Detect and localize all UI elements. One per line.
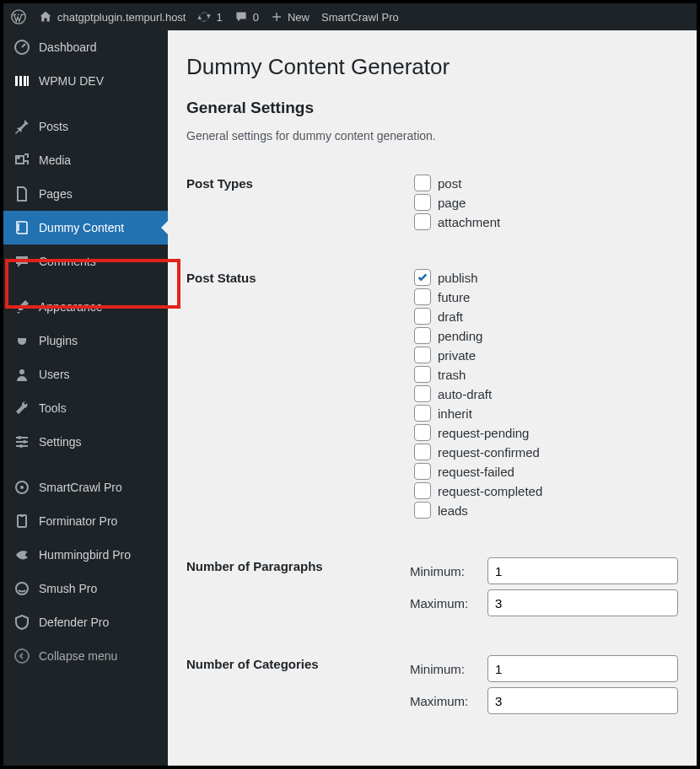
sidebar-item-smartcrawl[interactable]: SmartCrawl Pro xyxy=(3,471,168,504)
post-types-list: postpageattachment xyxy=(414,175,678,230)
min-label: Minimum: xyxy=(410,662,482,676)
svg-point-11 xyxy=(20,486,24,489)
brush-icon xyxy=(13,298,30,315)
checkbox-label: future xyxy=(438,290,470,304)
post-status-option[interactable]: pending xyxy=(414,327,678,344)
admin-sidebar: Dashboard WPMU DEV Posts Media Pages Dum… xyxy=(3,30,168,766)
checkbox-icon xyxy=(414,288,431,305)
post-type-option[interactable]: page xyxy=(414,194,678,211)
checkbox-icon xyxy=(414,366,431,383)
checkbox-label: private xyxy=(438,348,476,363)
sidebar-item-label: Dummy Content xyxy=(39,221,124,234)
post-status-option[interactable]: private xyxy=(414,347,678,363)
post-type-option[interactable]: post xyxy=(414,175,678,191)
checkbox-label: trash xyxy=(438,368,466,382)
sidebar-item-label: Settings xyxy=(39,435,82,449)
wordpress-logo-icon[interactable] xyxy=(10,8,27,25)
max-label: Maximum: xyxy=(410,694,482,708)
paragraphs-max-input[interactable] xyxy=(487,589,678,616)
post-status-option[interactable]: request-completed xyxy=(414,482,678,499)
site-home-link[interactable]: chatgptplugin.tempurl.host xyxy=(39,10,186,24)
sidebar-item-posts[interactable]: Posts xyxy=(3,110,168,143)
sidebar-item-settings[interactable]: Settings xyxy=(3,425,168,459)
comments-link[interactable]: 0 xyxy=(234,10,259,24)
post-status-option[interactable]: leads xyxy=(414,502,678,519)
sidebar-item-dashboard[interactable]: Dashboard xyxy=(3,30,168,64)
paragraphs-min-input[interactable] xyxy=(487,557,678,584)
sidebar-item-dummy-content[interactable]: Dummy Content xyxy=(3,211,168,245)
sidebar-item-label: Users xyxy=(39,368,70,381)
sidebar-item-comments[interactable]: Comments xyxy=(3,245,168,278)
svg-rect-2 xyxy=(15,76,18,86)
site-name: chatgptplugin.tempurl.host xyxy=(57,11,186,24)
clipboard-icon xyxy=(13,513,30,530)
checkbox-label: auto-draft xyxy=(438,387,492,401)
post-status-option[interactable]: future xyxy=(414,288,678,305)
smush-icon xyxy=(13,580,30,597)
post-status-option[interactable]: inherit xyxy=(414,405,678,422)
sidebar-item-tools[interactable]: Tools xyxy=(3,391,168,425)
sidebar-item-forminator[interactable]: Forminator Pro xyxy=(3,504,168,538)
sidebar-item-plugins[interactable]: Plugins xyxy=(3,324,168,358)
categories-min-input[interactable] xyxy=(487,655,678,682)
sidebar-item-label: Pages xyxy=(39,187,73,201)
categories-max-input[interactable] xyxy=(487,687,678,714)
comments-count: 0 xyxy=(253,11,259,24)
post-status-option[interactable]: request-failed xyxy=(414,463,678,480)
page-title: Dummy Content Generator xyxy=(186,54,678,80)
sidebar-item-label: Posts xyxy=(39,120,68,133)
post-status-label: Post Status xyxy=(186,269,414,285)
checkbox-icon xyxy=(414,482,431,499)
sidebar-item-label: Hummingbird Pro xyxy=(39,548,131,562)
post-status-option[interactable]: request-confirmed xyxy=(414,444,678,460)
sidebar-item-label: SmartCrawl Pro xyxy=(39,481,122,494)
collapse-icon xyxy=(13,648,30,664)
post-type-option[interactable]: attachment xyxy=(414,213,678,230)
comment-icon xyxy=(13,253,30,270)
checkbox-label: post xyxy=(438,176,461,191)
wrench-icon xyxy=(13,400,30,417)
post-status-option[interactable]: trash xyxy=(414,366,678,383)
post-status-option[interactable]: request-pending xyxy=(414,424,678,441)
collapse-menu-button[interactable]: Collapse menu xyxy=(3,639,168,673)
sidebar-item-pages[interactable]: Pages xyxy=(3,177,168,211)
checkbox-icon xyxy=(414,327,431,344)
sidebar-item-media[interactable]: Media xyxy=(3,143,168,177)
sidebar-item-wpmudev[interactable]: WPMU DEV xyxy=(3,64,168,98)
target-icon xyxy=(13,479,30,496)
post-status-option[interactable]: publish xyxy=(414,269,678,286)
updates-count: 1 xyxy=(216,11,222,24)
new-content-link[interactable]: New xyxy=(271,11,310,24)
sidebar-item-appearance[interactable]: Appearance xyxy=(3,290,168,324)
sidebar-item-label: Comments xyxy=(39,255,96,268)
sidebar-item-defender[interactable]: Defender Pro xyxy=(3,605,168,639)
sidebar-item-label: Smush Pro xyxy=(39,582,97,595)
post-status-option[interactable]: auto-draft xyxy=(414,385,678,402)
plug-icon xyxy=(13,332,30,349)
checkbox-label: request-failed xyxy=(438,465,514,479)
checkbox-icon xyxy=(414,463,431,480)
checkbox-label: attachment xyxy=(438,215,500,229)
updates-link[interactable]: 1 xyxy=(197,10,222,24)
sidebar-item-label: Plugins xyxy=(39,334,78,347)
sidebar-item-smush[interactable]: Smush Pro xyxy=(3,572,168,605)
sidebar-item-hummingbird[interactable]: Hummingbird Pro xyxy=(3,538,168,572)
svg-point-14 xyxy=(16,583,28,594)
post-status-option[interactable]: draft xyxy=(414,308,678,325)
page-icon xyxy=(13,186,30,202)
sliders-icon xyxy=(13,433,30,450)
new-label: New xyxy=(288,11,310,24)
sidebar-item-label: Dashboard xyxy=(39,40,97,54)
checkbox-label: leads xyxy=(438,503,468,518)
checkbox-label: request-pending xyxy=(438,426,529,440)
smartcrawl-topbar-link[interactable]: SmartCrawl Pro xyxy=(321,11,399,24)
svg-rect-5 xyxy=(27,76,29,86)
post-types-label: Post Types xyxy=(186,175,414,191)
admin-topbar: chatgptplugin.tempurl.host 1 0 New Smart… xyxy=(3,3,697,30)
dashboard-icon xyxy=(13,39,30,56)
checkbox-icon xyxy=(414,502,431,519)
collapse-menu-label: Collapse menu xyxy=(39,649,117,663)
svg-point-9 xyxy=(19,444,23,448)
svg-point-15 xyxy=(15,649,29,663)
sidebar-item-users[interactable]: Users xyxy=(3,358,168,391)
